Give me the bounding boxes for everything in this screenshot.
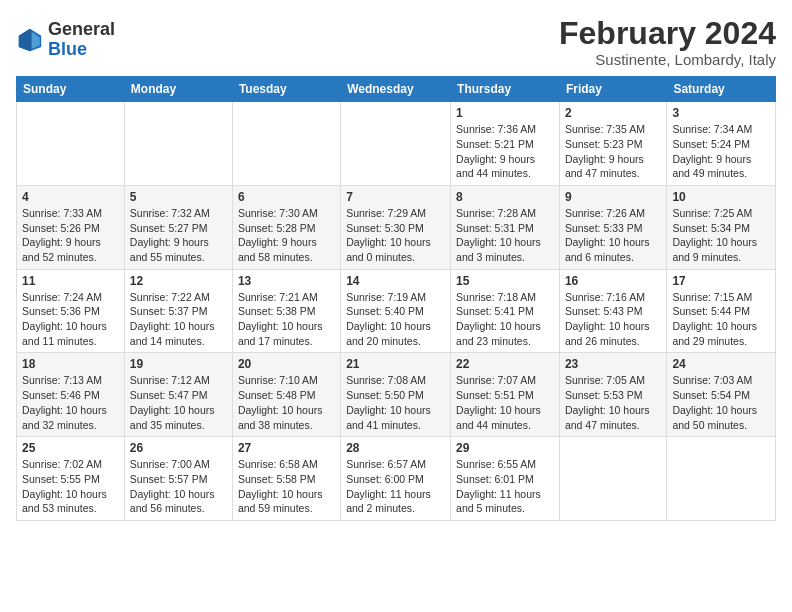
- calendar-cell: 1Sunrise: 7:36 AMSunset: 5:21 PMDaylight…: [451, 102, 560, 186]
- calendar-table: SundayMondayTuesdayWednesdayThursdayFrid…: [16, 76, 776, 521]
- calendar-cell: 18Sunrise: 7:13 AMSunset: 5:46 PMDayligh…: [17, 353, 125, 437]
- calendar-cell: 28Sunrise: 6:57 AMSunset: 6:00 PMDayligh…: [341, 437, 451, 521]
- day-info: Sunrise: 7:07 AMSunset: 5:51 PMDaylight:…: [456, 373, 554, 432]
- day-info: Sunrise: 7:02 AMSunset: 5:55 PMDaylight:…: [22, 457, 119, 516]
- calendar-cell: 6Sunrise: 7:30 AMSunset: 5:28 PMDaylight…: [232, 185, 340, 269]
- calendar-cell: 19Sunrise: 7:12 AMSunset: 5:47 PMDayligh…: [124, 353, 232, 437]
- calendar-subtitle: Sustinente, Lombardy, Italy: [559, 51, 776, 68]
- day-info: Sunrise: 7:05 AMSunset: 5:53 PMDaylight:…: [565, 373, 661, 432]
- day-info: Sunrise: 7:33 AMSunset: 5:26 PMDaylight:…: [22, 206, 119, 265]
- calendar-cell: [17, 102, 125, 186]
- calendar-cell: 3Sunrise: 7:34 AMSunset: 5:24 PMDaylight…: [667, 102, 776, 186]
- calendar-cell: 22Sunrise: 7:07 AMSunset: 5:51 PMDayligh…: [451, 353, 560, 437]
- calendar-cell: 24Sunrise: 7:03 AMSunset: 5:54 PMDayligh…: [667, 353, 776, 437]
- day-number: 18: [22, 357, 119, 371]
- calendar-cell: 25Sunrise: 7:02 AMSunset: 5:55 PMDayligh…: [17, 437, 125, 521]
- calendar-cell: [559, 437, 666, 521]
- calendar-cell: 20Sunrise: 7:10 AMSunset: 5:48 PMDayligh…: [232, 353, 340, 437]
- day-number: 24: [672, 357, 770, 371]
- day-info: Sunrise: 7:30 AMSunset: 5:28 PMDaylight:…: [238, 206, 335, 265]
- day-info: Sunrise: 7:18 AMSunset: 5:41 PMDaylight:…: [456, 290, 554, 349]
- day-info: Sunrise: 7:25 AMSunset: 5:34 PMDaylight:…: [672, 206, 770, 265]
- day-number: 1: [456, 106, 554, 120]
- day-number: 17: [672, 274, 770, 288]
- day-info: Sunrise: 7:24 AMSunset: 5:36 PMDaylight:…: [22, 290, 119, 349]
- logo-text: General Blue: [48, 20, 115, 60]
- day-number: 29: [456, 441, 554, 455]
- week-row-4: 18Sunrise: 7:13 AMSunset: 5:46 PMDayligh…: [17, 353, 776, 437]
- calendar-cell: 17Sunrise: 7:15 AMSunset: 5:44 PMDayligh…: [667, 269, 776, 353]
- day-info: Sunrise: 7:08 AMSunset: 5:50 PMDaylight:…: [346, 373, 445, 432]
- week-row-2: 4Sunrise: 7:33 AMSunset: 5:26 PMDaylight…: [17, 185, 776, 269]
- day-number: 14: [346, 274, 445, 288]
- day-number: 10: [672, 190, 770, 204]
- day-number: 8: [456, 190, 554, 204]
- day-info: Sunrise: 7:13 AMSunset: 5:46 PMDaylight:…: [22, 373, 119, 432]
- day-info: Sunrise: 7:29 AMSunset: 5:30 PMDaylight:…: [346, 206, 445, 265]
- day-info: Sunrise: 7:03 AMSunset: 5:54 PMDaylight:…: [672, 373, 770, 432]
- day-info: Sunrise: 7:36 AMSunset: 5:21 PMDaylight:…: [456, 122, 554, 181]
- day-info: Sunrise: 6:57 AMSunset: 6:00 PMDaylight:…: [346, 457, 445, 516]
- day-number: 21: [346, 357, 445, 371]
- day-info: Sunrise: 7:00 AMSunset: 5:57 PMDaylight:…: [130, 457, 227, 516]
- calendar-cell: 7Sunrise: 7:29 AMSunset: 5:30 PMDaylight…: [341, 185, 451, 269]
- day-info: Sunrise: 7:22 AMSunset: 5:37 PMDaylight:…: [130, 290, 227, 349]
- day-number: 15: [456, 274, 554, 288]
- logo: General Blue: [16, 20, 115, 60]
- logo-icon: [16, 26, 44, 54]
- day-number: 26: [130, 441, 227, 455]
- calendar-cell: 10Sunrise: 7:25 AMSunset: 5:34 PMDayligh…: [667, 185, 776, 269]
- day-info: Sunrise: 7:21 AMSunset: 5:38 PMDaylight:…: [238, 290, 335, 349]
- day-number: 22: [456, 357, 554, 371]
- calendar-cell: 15Sunrise: 7:18 AMSunset: 5:41 PMDayligh…: [451, 269, 560, 353]
- calendar-cell: 16Sunrise: 7:16 AMSunset: 5:43 PMDayligh…: [559, 269, 666, 353]
- day-info: Sunrise: 7:35 AMSunset: 5:23 PMDaylight:…: [565, 122, 661, 181]
- col-header-sunday: Sunday: [17, 77, 125, 102]
- calendar-cell: 23Sunrise: 7:05 AMSunset: 5:53 PMDayligh…: [559, 353, 666, 437]
- calendar-cell: 11Sunrise: 7:24 AMSunset: 5:36 PMDayligh…: [17, 269, 125, 353]
- title-area: February 2024 Sustinente, Lombardy, Ital…: [559, 16, 776, 68]
- day-number: 3: [672, 106, 770, 120]
- day-number: 2: [565, 106, 661, 120]
- day-number: 7: [346, 190, 445, 204]
- day-info: Sunrise: 7:19 AMSunset: 5:40 PMDaylight:…: [346, 290, 445, 349]
- day-info: Sunrise: 7:12 AMSunset: 5:47 PMDaylight:…: [130, 373, 227, 432]
- day-info: Sunrise: 7:34 AMSunset: 5:24 PMDaylight:…: [672, 122, 770, 181]
- col-header-thursday: Thursday: [451, 77, 560, 102]
- day-number: 4: [22, 190, 119, 204]
- day-number: 9: [565, 190, 661, 204]
- day-info: Sunrise: 7:26 AMSunset: 5:33 PMDaylight:…: [565, 206, 661, 265]
- week-row-1: 1Sunrise: 7:36 AMSunset: 5:21 PMDaylight…: [17, 102, 776, 186]
- day-number: 27: [238, 441, 335, 455]
- calendar-cell: [232, 102, 340, 186]
- day-number: 11: [22, 274, 119, 288]
- day-number: 12: [130, 274, 227, 288]
- svg-marker-2: [19, 29, 32, 51]
- day-info: Sunrise: 7:28 AMSunset: 5:31 PMDaylight:…: [456, 206, 554, 265]
- day-number: 25: [22, 441, 119, 455]
- day-number: 20: [238, 357, 335, 371]
- col-header-friday: Friday: [559, 77, 666, 102]
- day-info: Sunrise: 7:10 AMSunset: 5:48 PMDaylight:…: [238, 373, 335, 432]
- week-row-5: 25Sunrise: 7:02 AMSunset: 5:55 PMDayligh…: [17, 437, 776, 521]
- col-header-tuesday: Tuesday: [232, 77, 340, 102]
- day-info: Sunrise: 6:55 AMSunset: 6:01 PMDaylight:…: [456, 457, 554, 516]
- col-header-saturday: Saturday: [667, 77, 776, 102]
- calendar-cell: 5Sunrise: 7:32 AMSunset: 5:27 PMDaylight…: [124, 185, 232, 269]
- calendar-cell: 14Sunrise: 7:19 AMSunset: 5:40 PMDayligh…: [341, 269, 451, 353]
- calendar-cell: 2Sunrise: 7:35 AMSunset: 5:23 PMDaylight…: [559, 102, 666, 186]
- calendar-cell: [341, 102, 451, 186]
- day-number: 28: [346, 441, 445, 455]
- day-number: 16: [565, 274, 661, 288]
- calendar-cell: 21Sunrise: 7:08 AMSunset: 5:50 PMDayligh…: [341, 353, 451, 437]
- calendar-cell: 27Sunrise: 6:58 AMSunset: 5:58 PMDayligh…: [232, 437, 340, 521]
- day-info: Sunrise: 7:15 AMSunset: 5:44 PMDaylight:…: [672, 290, 770, 349]
- week-row-3: 11Sunrise: 7:24 AMSunset: 5:36 PMDayligh…: [17, 269, 776, 353]
- calendar-cell: [667, 437, 776, 521]
- calendar-cell: 13Sunrise: 7:21 AMSunset: 5:38 PMDayligh…: [232, 269, 340, 353]
- calendar-cell: 4Sunrise: 7:33 AMSunset: 5:26 PMDaylight…: [17, 185, 125, 269]
- calendar-cell: 26Sunrise: 7:00 AMSunset: 5:57 PMDayligh…: [124, 437, 232, 521]
- calendar-cell: [124, 102, 232, 186]
- col-header-monday: Monday: [124, 77, 232, 102]
- calendar-cell: 12Sunrise: 7:22 AMSunset: 5:37 PMDayligh…: [124, 269, 232, 353]
